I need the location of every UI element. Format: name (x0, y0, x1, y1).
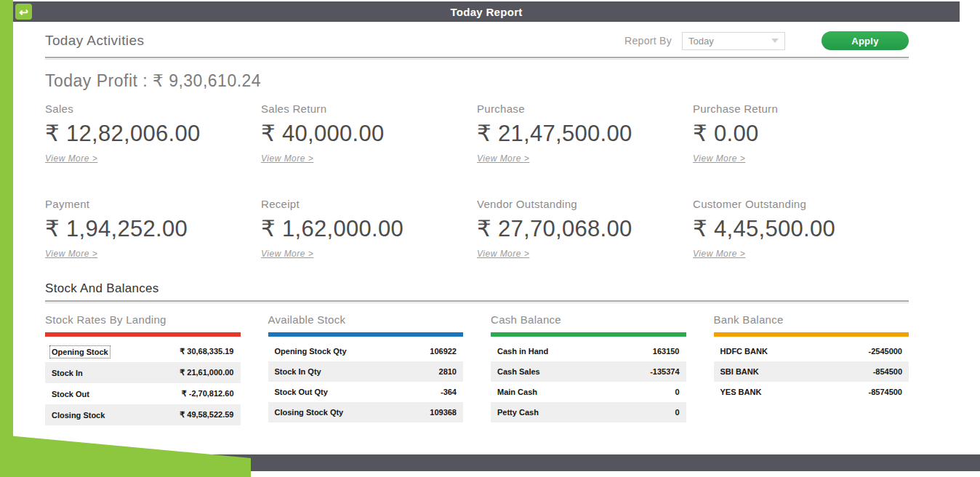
cards-grid: Sales₹ 12,82,006.00View More >Sales Retu… (45, 103, 909, 260)
metric-amount: ₹ 1,94,252.00 (45, 215, 261, 242)
panel-table: HDFC BANK-2545000SBI BANK-854500YES BANK… (714, 341, 909, 402)
row-label: Stock In (52, 369, 83, 377)
row-label: HDFC BANK (720, 347, 768, 356)
row-value: ₹ 49,58,522.59 (180, 410, 233, 420)
section-title-stock-and-balances: Stock And Balances (45, 281, 909, 296)
row-value: 0 (675, 388, 679, 396)
panels-grid: Stock Rates By LandingOpening Stock₹ 30,… (45, 313, 909, 425)
today-profit-text: Today Profit : ₹ 9,30,610.24 (45, 71, 909, 91)
table-row[interactable]: Stock In₹ 21,61,000.00 (45, 362, 241, 383)
view-more-link[interactable]: View More > (693, 153, 745, 164)
metric-amount: ₹ 27,70,068.00 (477, 215, 693, 242)
panel-accent-bar (268, 332, 464, 337)
table-row[interactable]: Stock Out₹ -2,70,812.60 (45, 383, 241, 404)
table-row[interactable]: Opening Stock Qty106922 (268, 341, 464, 361)
row-label: Opening Stock (52, 348, 108, 356)
row-value: 0 (675, 408, 679, 417)
title-bar: ↩ Today Report (13, 1, 960, 22)
table-row[interactable]: Cash Sales-135374 (491, 361, 686, 382)
table-row[interactable]: Stock Out Qty-364 (268, 382, 464, 402)
metric-amount: ₹ 40,000.00 (261, 120, 477, 147)
metric-amount: ₹ 4,45,500.00 (693, 215, 909, 242)
metric-card: Receipt₹ 1,62,000.00View More > (261, 198, 477, 260)
toolbar: Today Activities Report By Today Apply (45, 29, 909, 52)
metric-amount: ₹ 12,82,006.00 (45, 120, 261, 147)
table-row[interactable]: Closing Stock Qty109368 (268, 402, 464, 422)
main-content: Today Activities Report By Today Apply T… (13, 22, 960, 454)
metric-card: Purchase Return₹ 0.00View More > (693, 103, 909, 164)
view-more-link[interactable]: View More > (477, 249, 529, 259)
metric-label: Payment (45, 198, 261, 210)
row-label: YES BANK (720, 388, 762, 396)
toolbar-right: Report By Today Apply (624, 31, 909, 50)
metric-label: Purchase (477, 103, 693, 115)
table-row[interactable]: SBI BANK-854500 (714, 361, 909, 382)
balance-panel: Stock Rates By LandingOpening Stock₹ 30,… (45, 313, 241, 425)
row-label: Cash in Hand (497, 347, 548, 356)
row-value: 163150 (653, 347, 680, 356)
panel-accent-bar (714, 332, 909, 337)
table-row[interactable]: YES BANK-8574500 (714, 382, 909, 402)
row-value: -2545000 (869, 347, 903, 356)
panel-title: Stock Rates By Landing (45, 313, 241, 326)
table-row[interactable]: Stock In Qty2810 (268, 361, 464, 382)
panel-table: Cash in Hand163150Cash Sales-135374Main … (491, 341, 686, 422)
report-by-label: Report By (624, 35, 672, 47)
back-button[interactable]: ↩ (15, 4, 32, 20)
row-label: Stock In Qty (275, 367, 321, 376)
row-label: Stock Out (52, 390, 89, 398)
panel-title: Available Stock (268, 313, 464, 326)
panel-accent-bar (491, 332, 686, 337)
row-label: Closing Stock (52, 411, 105, 420)
row-value: ₹ 30,68,335.19 (180, 347, 233, 356)
table-row[interactable]: HDFC BANK-2545000 (714, 341, 909, 361)
row-label: Closing Stock Qty (275, 408, 344, 417)
table-row[interactable]: Cash in Hand163150 (491, 341, 686, 361)
metric-label: Sales Return (261, 103, 477, 115)
view-more-link[interactable]: View More > (45, 153, 97, 164)
view-more-link[interactable]: View More > (477, 153, 529, 164)
row-value: ₹ -2,70,812.60 (182, 389, 234, 398)
chevron-down-icon (771, 39, 779, 43)
table-row[interactable]: Main Cash0 (491, 382, 686, 402)
table-row[interactable]: Petty Cash0 (491, 402, 686, 422)
row-value: -854500 (873, 367, 902, 376)
row-label: Opening Stock Qty (275, 347, 347, 356)
metric-label: Sales (45, 103, 261, 115)
row-value: ₹ 21,61,000.00 (180, 368, 233, 377)
back-arrow-icon: ↩ (19, 7, 28, 17)
view-more-link[interactable]: View More > (261, 153, 313, 164)
panel-title: Bank Balance (714, 313, 909, 326)
balance-panel: Bank BalanceHDFC BANK-2545000SBI BANK-85… (714, 313, 909, 425)
row-label: Petty Cash (497, 408, 539, 417)
metric-label: Receipt (261, 198, 477, 210)
left-green-strip (0, 0, 13, 477)
row-value: -135374 (650, 367, 679, 376)
metric-label: Vendor Outstanding (477, 198, 693, 210)
metric-card: Sales Return₹ 40,000.00View More > (261, 103, 477, 164)
row-value: 2810 (439, 367, 457, 376)
view-more-link[interactable]: View More > (45, 249, 97, 259)
row-value: -364 (441, 388, 457, 396)
apply-button[interactable]: Apply (822, 31, 909, 50)
view-more-link[interactable]: View More > (693, 249, 745, 259)
panel-table: Opening Stock Qty106922Stock In Qty2810S… (268, 341, 464, 422)
divider (45, 300, 909, 303)
row-value: 106922 (430, 347, 457, 356)
metric-label: Purchase Return (693, 103, 909, 115)
table-row[interactable]: Opening Stock₹ 30,68,335.19 (45, 341, 241, 362)
row-label: Cash Sales (497, 367, 540, 376)
row-value: -8574500 (869, 388, 903, 396)
row-label: Main Cash (497, 388, 537, 396)
panel-title: Cash Balance (491, 313, 686, 326)
metric-card: Sales₹ 12,82,006.00View More > (45, 103, 261, 164)
metric-card: Purchase₹ 21,47,500.00View More > (477, 103, 693, 164)
report-by-dropdown[interactable]: Today (682, 32, 785, 50)
table-row[interactable]: Closing Stock₹ 49,58,522.59 (45, 404, 241, 425)
metric-card: Payment₹ 1,94,252.00View More > (45, 198, 261, 260)
balance-panel: Cash BalanceCash in Hand163150Cash Sales… (491, 313, 686, 425)
panel-accent-bar (45, 332, 241, 337)
metric-card: Customer Outstanding₹ 4,45,500.00View Mo… (693, 198, 909, 260)
view-more-link[interactable]: View More > (261, 249, 313, 259)
report-by-selected-value: Today (688, 36, 714, 47)
